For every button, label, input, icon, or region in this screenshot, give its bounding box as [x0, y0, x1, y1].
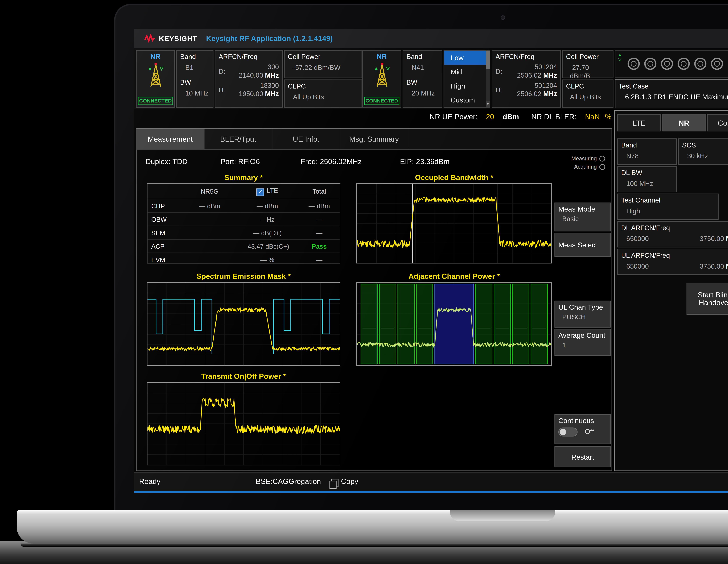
nr-ue-power-unit: dBm: [503, 113, 519, 121]
band-value: N78: [626, 152, 673, 160]
cell2-dl-row: D: 501204 2506.02 MHz: [495, 63, 557, 79]
average-count-value: 1: [562, 341, 607, 349]
cell2-power-label: Cell Power: [566, 53, 610, 61]
ready-status: Ready: [139, 478, 160, 485]
channel-option-low[interactable]: Low: [444, 51, 490, 65]
tab-ue-info[interactable]: UE Info.: [272, 129, 340, 149]
cell1-clpc-panel[interactable]: CLPC All Up Bits: [284, 79, 362, 108]
tab-measurement[interactable]: Measurement: [137, 129, 205, 149]
continuous-toggle[interactable]: [558, 428, 578, 437]
cell1-ul-freq: 1950.00: [239, 90, 263, 97]
cell1-tech-label: NR: [140, 53, 171, 60]
cell1-band-panel[interactable]: Band B1 BW 10 MHz: [176, 50, 213, 108]
channel-option-high[interactable]: High: [444, 79, 490, 93]
scrollbar-thumb[interactable]: [486, 51, 490, 69]
dl-freq-unit: MHz: [726, 235, 728, 242]
cell2-ul-freq-unit: MHz: [543, 90, 557, 97]
average-count-button[interactable]: Average Count 1: [554, 329, 611, 356]
cell2-power-panel[interactable]: Cell Power -27.70 dBm/B: [562, 50, 613, 78]
start-blind-handover-button[interactable]: Start Blind Handover: [687, 283, 728, 315]
summary-title: Summary *: [147, 174, 340, 181]
acquiring-indicator: Acquiring: [574, 163, 605, 170]
window-title: Keysight RF Application (1.2.1.4149): [206, 35, 333, 42]
cell1-power-panel[interactable]: Cell Power -57.22 dBm/BW: [284, 50, 362, 78]
channel-option-mid[interactable]: Mid: [444, 65, 490, 79]
antenna-icon: [372, 62, 391, 89]
cell2-ul-row: U: 501204 2506.02 MHz: [495, 81, 557, 98]
cell2-antenna-panel: NR CONNECTED: [362, 50, 401, 108]
tab-lte[interactable]: LTE: [617, 114, 661, 131]
port-info: Port: RFIO6: [221, 158, 260, 165]
link-direction-markers-icon: ▲▽: [617, 53, 623, 62]
cell2-bw-value: 20 MHz: [412, 89, 439, 97]
scs-field[interactable]: SCS 30 kHz: [678, 138, 728, 165]
cell1-dl-freq-unit: MHz: [265, 71, 279, 79]
cell2-status-badge: CONNECTED: [364, 97, 399, 105]
obw-title: Occupied Bandwidth *: [356, 174, 552, 181]
measuring-indicator: Measuring: [571, 155, 605, 161]
copy-button[interactable]: Copy: [341, 478, 358, 485]
meas-mode-button[interactable]: Meas Mode Basic: [554, 203, 611, 231]
cell2-tech-label: NR: [366, 53, 397, 60]
tab-bler-tput[interactable]: BLER/Tput: [204, 129, 272, 149]
table-row: CHP— dBm— dBm— dBm: [147, 199, 340, 212]
col-nr5g: NR5G: [183, 188, 236, 195]
summary-table: NR5G LTE Total CHP— dBm— dBm— dBm OBW—Hz…: [147, 183, 340, 263]
dl-bw-field[interactable]: DL BW 100 MHz: [617, 166, 677, 192]
channel-option-custom[interactable]: Custom: [444, 93, 490, 107]
app-window: KEYSIGHT Keysight RF Application (1.2.1.…: [134, 29, 728, 493]
cell1-status-badge: CONNECTED: [138, 97, 173, 105]
nr-dl-bler-value: NaN: [579, 113, 600, 121]
cell1-bw-value: 10 MHz: [185, 89, 210, 97]
transmit-onoff-power-chart: [147, 382, 340, 465]
cell2-clpc-label: CLPC: [566, 82, 610, 90]
ul-arfcn-field[interactable]: UL ARFCN/Freq 650000 3750.00 MHz: [617, 249, 728, 275]
scrollbar-down-arrow-icon[interactable]: ▾: [486, 101, 490, 107]
dl-bw-value: 100 MHz: [626, 180, 673, 188]
tab-common[interactable]: Common: [707, 114, 728, 131]
ue-status-row: NR UE Power: 20 dBm NR DL BLER: NaN %: [378, 113, 612, 121]
table-row: SEM— dB(D+)—: [147, 226, 340, 239]
duplex-info: Duplex: TDD: [145, 158, 188, 165]
dl-arfcn-field[interactable]: DL ARFCN/Freq 650000 3750.00 MHz: [617, 221, 728, 247]
rf-connector-icon: [678, 58, 690, 70]
test-case-panel[interactable]: Test Case 6.2B.1.3 FR1 ENDC UE Maximum O…: [615, 79, 728, 108]
keysight-logo-icon: [144, 34, 155, 43]
cell1-ul-freq-unit: MHz: [265, 90, 279, 97]
ul-chan-type-button[interactable]: UL Chan Type PUSCH: [554, 301, 611, 328]
cell2-dl-arfcn: 501204: [517, 63, 557, 71]
cell1-band-value: B1: [185, 63, 210, 72]
scs-value: 30 kHz: [687, 152, 728, 160]
restart-button[interactable]: Restart: [554, 446, 611, 467]
cell2-arf​cn-panel[interactable]: ARFCN/Freq D: 501204 2506.02 MHz U: 5012…: [492, 50, 561, 108]
copy-icon[interactable]: [331, 479, 338, 487]
tab-msg-summary[interactable]: Msg. Summary: [340, 129, 408, 149]
cell2-band-panel[interactable]: Band N41 BW 20 MHz: [403, 50, 442, 108]
ul-freq-unit: MHz: [726, 262, 728, 270]
col-total: Total: [299, 188, 340, 195]
measurement-panel: Measurement BLER/Tput UE Info. Msg. Summ…: [136, 128, 612, 471]
cell1-band-label: Band: [180, 53, 210, 61]
cell1-dl-label: D:: [219, 67, 225, 75]
band-field[interactable]: Band N78: [617, 138, 677, 165]
toggle-knob: [560, 429, 566, 435]
cell1-power-value: -57.22 dBm/BW: [293, 63, 358, 72]
lte-checkbox[interactable]: [257, 188, 264, 196]
cell1-arfcn-label: ARFCN/Freq: [219, 53, 279, 61]
test-channel-field[interactable]: Test Channel High: [617, 194, 719, 220]
nr-dl-bler-unit: %: [602, 113, 612, 121]
continuous-state: Off: [585, 428, 594, 435]
cell1-arfcn-panel[interactable]: ARFCN/Freq D: 300 2140.00 MHz U: 18300 1…: [215, 50, 283, 108]
cell2-dl-freq-unit: MHz: [543, 71, 557, 79]
meas-select-button[interactable]: Meas Select: [554, 233, 611, 257]
cell1-bw-label: BW: [180, 78, 210, 86]
cell1-dl-arfcn: 300: [239, 63, 279, 71]
acp-pass-badge: Pass: [299, 243, 340, 250]
freq-info: Freq: 2506.02MHz: [301, 158, 362, 165]
channel-scrollbar[interactable]: ▾: [486, 51, 490, 107]
cell1-ul-label: U:: [219, 86, 225, 94]
status-bar: Ready BSE:CAGGregation Copy 2022-04-15 1…: [134, 472, 728, 491]
tab-nr[interactable]: NR: [662, 114, 706, 131]
cell2-clpc-panel[interactable]: CLPC All Up Bits: [562, 79, 613, 108]
nr-ue-power-value: 20: [479, 113, 500, 121]
